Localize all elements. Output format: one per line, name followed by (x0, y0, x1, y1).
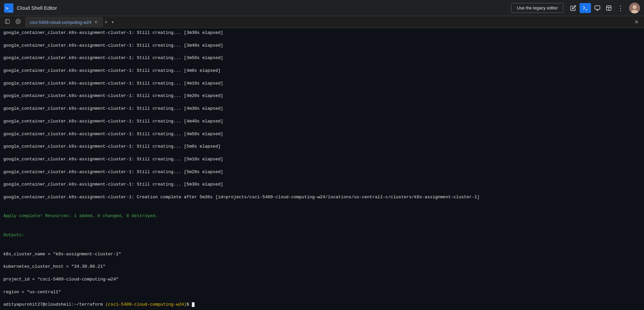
sidebar-toggle-button[interactable] (3, 17, 12, 27)
terminal-line: kubernetes_cluster_host = "34.30.80.21" (3, 264, 641, 270)
terminal-line: google_container_cluster.k8s-assignment-… (3, 93, 641, 99)
terminal-line: google_container_cluster.k8s-assignment-… (3, 118, 641, 125)
sidebar-icon (5, 19, 10, 24)
cloud-shell-logo-icon: >_ (4, 3, 13, 13)
tab-dropdown-button[interactable]: ▾ (110, 19, 116, 25)
terminal-line: google_container_cluster.k8s-assignment-… (3, 182, 641, 188)
terminal-icon (582, 5, 588, 11)
tab-bar-controls (3, 17, 23, 27)
terminal-cursor (192, 302, 195, 307)
edit-icon (570, 5, 576, 11)
edit-icon-button[interactable] (568, 3, 579, 13)
gear-icon (15, 19, 21, 24)
svg-text:>_: >_ (5, 5, 12, 11)
top-bar: >_ Cloud Shell Editor Use the legacy edi… (0, 0, 644, 16)
panel-close-button[interactable]: ✕ (632, 18, 641, 26)
tab-close-button[interactable]: ✕ (94, 20, 98, 24)
settings-button[interactable] (13, 17, 23, 27)
terminal-line: google_container_cluster.k8s-assignment-… (3, 68, 641, 74)
legacy-editor-button[interactable]: Use the legacy editor (511, 3, 564, 13)
terminal-line: google_container_cluster.k8s-assignment-… (3, 156, 641, 163)
terminal-line: project_id = "csci-5409-cloud-computing-… (3, 276, 641, 283)
terminal-line: google_container_cluster.k8s-assignment-… (3, 30, 641, 36)
monitor-icon (594, 5, 600, 11)
active-tab[interactable]: csci-5409-cloud-computing-w24 ✕ (25, 17, 103, 27)
layout-icon (606, 5, 612, 11)
terminal-line: google_container_cluster.k8s-assignment-… (3, 106, 641, 112)
app-title: Cloud Shell Editor (17, 5, 57, 11)
terminal-line: google_container_cluster.k8s-assignment-… (3, 169, 641, 175)
svg-point-14 (17, 21, 19, 22)
terminal-line: google_container_cluster.k8s-assignment-… (3, 81, 641, 87)
terminal-line: google_container_cluster.k8s-assignment-… (3, 131, 641, 138)
terminal-prompt-line: adityapurohit27@cloudshell:~/terraform (… (3, 302, 641, 308)
more-options-button[interactable]: ⋮ (614, 2, 627, 14)
tab-label: csci-5409-cloud-computing-w24 (30, 20, 92, 25)
monitor-icon-button[interactable] (592, 3, 603, 13)
user-avatar[interactable] (629, 3, 640, 13)
add-tab-icon: + (105, 19, 108, 25)
terminal-line: google_container_cluster.k8s-assignment-… (3, 144, 641, 150)
layout-icon-button[interactable] (603, 3, 614, 13)
avatar-image (629, 3, 640, 13)
terminal-line: google_container_cluster.k8s-assignment-… (3, 194, 641, 201)
svg-point-10 (633, 5, 637, 9)
svg-rect-3 (595, 6, 600, 9)
terminal-line: region = "us-central1" (3, 289, 641, 296)
app-logo: >_ Cloud Shell Editor (4, 3, 57, 13)
add-tab-button[interactable]: + (103, 18, 110, 26)
terminal-line: google_container_cluster.k8s-assignment-… (3, 43, 641, 49)
svg-rect-12 (5, 19, 9, 23)
terminal-line: k8s_cluster_name = "k8s-assignment-clust… (3, 251, 641, 258)
terminal-line: google_container_cluster.k8s-assignment-… (3, 55, 641, 61)
terminal-line: Apply complete! Resources: 1 added, 0 ch… (3, 213, 641, 219)
terminal-output[interactable]: google_container_cluster.k8s-assignment-… (0, 28, 644, 310)
terminal-icon-button[interactable] (580, 3, 591, 13)
tab-bar: csci-5409-cloud-computing-w24 ✕ + ▾ ✕ (0, 16, 644, 28)
terminal-line: Outputs: (3, 232, 641, 239)
